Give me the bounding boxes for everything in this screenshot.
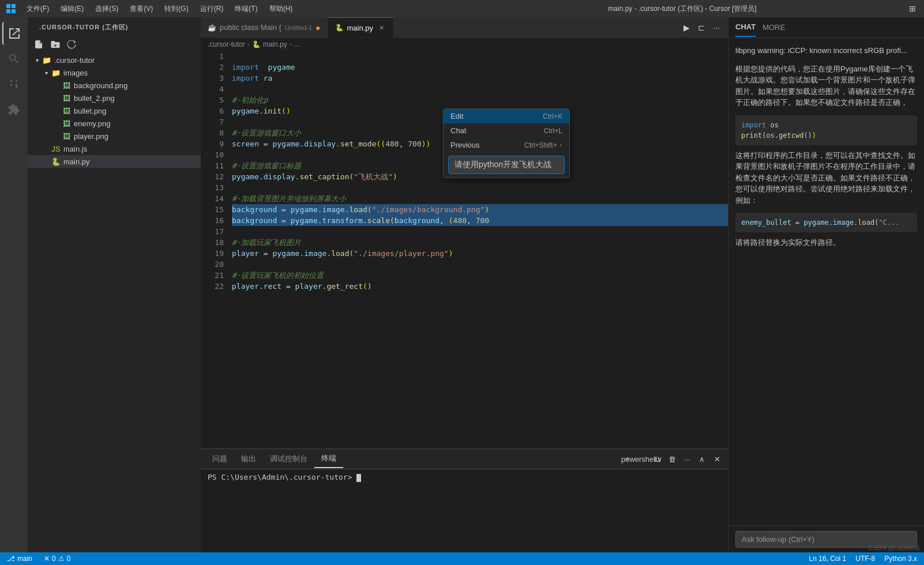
terminal-selector[interactable]: powershell ∨ xyxy=(636,453,648,465)
svg-rect-3 xyxy=(12,9,16,13)
activity-source-control[interactable] xyxy=(2,73,25,96)
breadcrumb-filename[interactable]: main.py xyxy=(263,40,287,48)
refresh-button[interactable] xyxy=(65,37,78,51)
breadcrumb-more[interactable]: ... xyxy=(294,40,300,48)
tree-label: enemy.png xyxy=(74,119,110,128)
breadcrumb-file: 🐍 xyxy=(252,40,261,48)
context-menu-shortcut: Ctrl+K xyxy=(543,112,562,120)
chat-input-bar[interactable]: 请使用python开发飞机大战 xyxy=(448,156,565,174)
position-text: Ln 16, Col 1 xyxy=(809,555,847,563)
code-block-1: import os print(os.getcwd()) xyxy=(735,115,917,145)
split-terminal-button[interactable]: ⊔ xyxy=(651,453,663,465)
tree-item-bullet2[interactable]: 🖼 bullet_2.png xyxy=(28,92,201,104)
terminal-cursor xyxy=(356,474,361,482)
context-menu-label: Chat xyxy=(450,126,466,135)
tab-chat[interactable]: CHAT xyxy=(735,18,756,37)
more-panel-button[interactable]: ··· xyxy=(681,453,693,465)
tab-icon-py: 🐍 xyxy=(335,24,344,32)
tab-untitled[interactable]: ☕ public class Main { Untitled-1 ● xyxy=(201,17,328,37)
code-line xyxy=(232,51,728,62)
status-bar: ⎇ main ✕ 0 ⚠ 0 Ln 16, Col 1 UTF-8 Python… xyxy=(0,552,924,565)
tab-mainpy[interactable]: 🐍 main.py ✕ xyxy=(328,17,394,37)
tree-item-cursor-tutor[interactable]: ▾ 📁 .cursor-tutor xyxy=(28,54,201,66)
tree-item-bullet[interactable]: 🖼 bullet.png xyxy=(28,104,201,117)
status-position[interactable]: Ln 16, Col 1 xyxy=(807,555,849,563)
tab-label-sub: Untitled-1 xyxy=(285,24,312,31)
context-menu-previous[interactable]: Previous Ctrl+Shift+ ↑ xyxy=(444,138,569,152)
panel-tab-problems[interactable]: 问题 xyxy=(205,450,234,468)
tab-close-button[interactable]: ✕ xyxy=(377,23,386,32)
code-editor[interactable]: 1234 5678 9101112 13141516 17181920 2122… xyxy=(201,51,728,449)
panel-tab-output[interactable]: 输出 xyxy=(234,450,263,468)
panel-tab-terminal[interactable]: 终端 xyxy=(314,450,343,468)
tree-item-mainpy[interactable]: 🐍 main.py xyxy=(28,155,201,168)
context-menu-edit[interactable]: Edit Ctrl+K xyxy=(444,109,569,123)
code-fn: print xyxy=(741,131,762,140)
error-icon: ✕ xyxy=(44,555,50,563)
terminal-content[interactable]: PS C:\Users\Admin\.cursor-tutor> xyxy=(201,469,728,552)
activity-extensions[interactable] xyxy=(2,98,25,121)
status-errors[interactable]: ✕ 0 ⚠ 0 xyxy=(42,555,73,563)
split-editor-button[interactable]: ⊏ xyxy=(694,21,708,35)
sidebar: .CURSOR-TUTOR (工作区) ▾ 📁 .cursor-tutor ▾ xyxy=(28,17,201,552)
tree-label: player.png xyxy=(74,132,108,141)
close-panel-button[interactable]: ✕ xyxy=(711,453,723,465)
language-text: Python 3.x xyxy=(884,555,917,563)
breadcrumb-root[interactable]: .cursor-tutor xyxy=(208,40,245,48)
menu-run[interactable]: 运行(R) xyxy=(196,3,228,15)
tree-item-player[interactable]: 🖼 player.png xyxy=(28,130,201,142)
tree-label: main.js xyxy=(63,145,87,153)
tree-item-mainjs[interactable]: JS main.js xyxy=(28,142,201,155)
menu-terminal[interactable]: 终端(T) xyxy=(230,3,262,15)
status-language[interactable]: Python 3.x xyxy=(882,555,919,563)
tree-label: bullet.png xyxy=(74,107,106,115)
status-branch[interactable]: ⎇ main xyxy=(5,555,35,563)
menu-view[interactable]: 查看(V) xyxy=(125,3,157,15)
menu-edit[interactable]: 编辑(E) xyxy=(56,3,88,15)
layout-icon[interactable]: ⊞ xyxy=(906,3,919,14)
warning-icon: ⚠ xyxy=(58,555,65,563)
file-tree: ▾ 📁 .cursor-tutor ▾ 📁 images 🖼 backgroun… xyxy=(28,54,201,168)
chat-message-4: 请将路径替换为实际文件路径。 xyxy=(735,237,917,248)
chat-message-2: 根据您提供的代码，您正在使用Pygame库创建一个飞机大战游戏。您尝试加载一个背… xyxy=(735,63,917,108)
watermark: CSDN @capatical xyxy=(868,544,919,551)
tree-item-background[interactable]: 🖼 background.png xyxy=(28,79,201,92)
tab-label-untitled: public class Main { xyxy=(220,23,281,32)
chat-message-3: 这将打印程序的工作目录，您可以在其中查找文件。如果背景图片和敌机子弹图片不在程序… xyxy=(735,150,917,206)
code-line: #·设置玩家飞机的初始位置 xyxy=(232,270,728,281)
py-icon: 🐍 xyxy=(51,157,61,166)
image-icon: 🖼 xyxy=(61,81,72,90)
code-keyword: import xyxy=(741,121,766,129)
tab-icon-java: ☕ xyxy=(208,24,216,32)
svg-rect-0 xyxy=(6,4,10,8)
status-encoding[interactable]: UTF-8 xyxy=(853,555,877,563)
titlebar: 文件(F) 编辑(E) 选择(S) 查看(V) 转到(G) 运行(R) 终端(T… xyxy=(0,0,924,17)
context-menu-chat[interactable]: Chat Ctrl+L xyxy=(444,123,569,138)
code-line: #·加载玩家飞机图片 xyxy=(232,237,728,248)
menu-select[interactable]: 选择(S) xyxy=(91,3,123,15)
run-button[interactable]: ▶ xyxy=(679,21,693,35)
window-title: main.py - .cursor-tutor (工作区) - Cursor [… xyxy=(464,4,901,14)
panel: 问题 输出 调试控制台 终端 ＋ powershell ∨ ⊔ 🗑 ··· ∧ … xyxy=(201,449,728,552)
tab-more[interactable]: MORE xyxy=(763,18,785,36)
folder-icon: 📁 xyxy=(42,56,52,65)
tree-item-images[interactable]: ▾ 📁 images xyxy=(28,66,201,79)
more-actions-button[interactable]: ··· xyxy=(709,21,723,35)
maximize-panel-button[interactable]: ∧ xyxy=(696,453,708,465)
activity-explorer[interactable] xyxy=(2,22,25,45)
activity-search[interactable] xyxy=(2,47,25,70)
svg-rect-2 xyxy=(6,9,10,13)
tree-item-enemy[interactable]: 🖼 enemy.png xyxy=(28,117,201,130)
code-line: import pygame xyxy=(232,62,728,73)
delete-terminal-button[interactable]: 🗑 xyxy=(666,453,678,465)
menu-file[interactable]: 文件(F) xyxy=(22,3,54,15)
menu-goto[interactable]: 转到(G) xyxy=(160,3,193,15)
panel-tab-debug[interactable]: 调试控制台 xyxy=(263,450,314,468)
image-icon: 🖼 xyxy=(61,132,72,141)
code-line-selected: background = pygame.transform.scale(back… xyxy=(232,215,728,226)
new-folder-button[interactable] xyxy=(48,37,62,51)
window-controls: ⊞ xyxy=(906,3,919,14)
menu-help[interactable]: 帮助(H) xyxy=(265,3,298,15)
chat-placeholder: Ask follow-up (Ctrl+Y) xyxy=(742,535,814,544)
new-file-button[interactable] xyxy=(32,37,46,51)
